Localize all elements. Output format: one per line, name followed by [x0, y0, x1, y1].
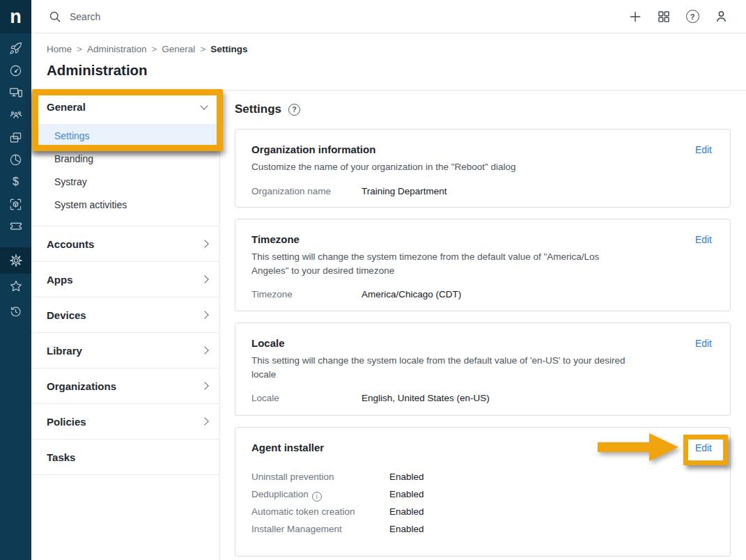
nav-item-system-activities[interactable]: System activities [31, 194, 219, 217]
settings-help-icon[interactable]: ? [288, 104, 300, 116]
row-label: Organization name [251, 186, 362, 196]
dashboard-gauge-icon[interactable] [0, 59, 31, 81]
remote-windows-icon[interactable] [0, 126, 31, 148]
nav-section-policies[interactable]: Policies [31, 404, 219, 440]
chevron-down-icon [200, 102, 208, 109]
chevron-right-icon [201, 275, 208, 283]
add-plus-icon[interactable] [628, 9, 643, 24]
nav-item-settings[interactable]: Settings [31, 124, 219, 148]
row-label: Deduplicationi [251, 489, 389, 501]
row-value: Training Department [362, 186, 447, 196]
row-label: Installer Management [251, 524, 389, 534]
edit-timezone-button[interactable]: Edit [695, 234, 712, 245]
row-value: Enabled [389, 524, 424, 534]
breadcrumb-separator: > [77, 44, 82, 54]
chevron-right-icon [201, 382, 208, 389]
nav-section-apps[interactable]: Apps [31, 262, 219, 297]
card-title: Agent installer [251, 442, 712, 453]
user-profile-icon[interactable] [713, 9, 729, 24]
favorites-star-icon[interactable] [0, 274, 31, 299]
card-organization-information: Organization information Customize the n… [235, 129, 731, 208]
nav-section-label: Accounts [47, 238, 94, 250]
nav-section-label: Tasks [47, 451, 75, 463]
nav-group-general[interactable]: General [31, 90, 219, 124]
nav-section-label: Policies [47, 416, 86, 428]
row-label: Locale [251, 393, 362, 403]
help-icon[interactable]: ? [685, 9, 700, 24]
row-label: Automatic token creation [251, 506, 389, 517]
row-value: English, United States (en-US) [362, 393, 490, 403]
card-locale: Locale This setting will change the syst… [235, 322, 731, 416]
nav-group-general-label: General [47, 101, 86, 113]
card-row: Organization nameTraining Department [251, 186, 712, 196]
search-input[interactable] [70, 11, 293, 22]
search-icon[interactable] [48, 10, 62, 24]
card-title: Organization information [251, 143, 712, 155]
ninjaone-logo: n [0, 0, 31, 33]
chevron-right-icon [201, 417, 208, 425]
billing-dollar-icon[interactable]: $ [0, 171, 31, 193]
breadcrumb-general[interactable]: General [162, 44, 195, 54]
reporting-pie-icon[interactable] [0, 148, 31, 171]
card-agent-installer: Agent installer Uninstall preventionEnab… [235, 427, 731, 557]
card-description: This setting will change the system time… [251, 250, 631, 277]
card-row: Uninstall preventionEnabled [251, 472, 712, 483]
edit-organization-button[interactable]: Edit [695, 144, 712, 155]
devices-icon[interactable] [0, 81, 31, 104]
edit-locale-button[interactable]: Edit [695, 338, 712, 349]
nav-section-library[interactable]: Library [31, 333, 219, 368]
settings-heading: Settings [235, 102, 281, 116]
nav-section-tasks[interactable]: Tasks [31, 440, 219, 475]
settings-nav-panel: General Settings Branding Systray System… [31, 90, 220, 560]
breadcrumb-home[interactable]: Home [47, 44, 72, 54]
card-row: Installer ManagementEnabled [251, 524, 712, 535]
organizations-people-icon[interactable] [0, 104, 31, 126]
settings-main: Settings ? Organization information Cust… [235, 90, 731, 560]
breadcrumb-settings-current: Settings [210, 44, 247, 54]
getting-started-rocket-icon[interactable] [0, 37, 31, 59]
nav-section-organizations[interactable]: Organizations [31, 368, 219, 404]
card-description: Customize the name of your organization … [251, 160, 631, 174]
nav-section-label: Devices [47, 309, 86, 321]
app-sidebar: n $ [0, 0, 31, 560]
help-question-glyph: ? [686, 10, 699, 23]
breadcrumb-administration[interactable]: Administration [87, 44, 147, 54]
breadcrumb-separator: > [151, 44, 157, 54]
chevron-right-icon [201, 240, 208, 247]
card-row: LocaleEnglish, United States (en-US) [251, 393, 712, 403]
row-value: Enabled [389, 489, 424, 499]
card-description: This setting will change the system loca… [251, 354, 631, 381]
chevron-right-icon [201, 346, 208, 354]
card-row: TimezoneAmerica/Chicago (CDT) [251, 289, 712, 300]
activity-history-icon[interactable] [0, 299, 31, 324]
administration-gear-icon[interactable] [0, 247, 31, 274]
page-title: Administration [47, 62, 746, 79]
chevron-right-icon [201, 311, 208, 318]
dollar-glyph: $ [13, 176, 19, 188]
nav-item-branding[interactable]: Branding [31, 148, 219, 171]
nav-item-systray[interactable]: Systray [31, 171, 219, 194]
row-label: Timezone [251, 289, 362, 300]
card-row: DeduplicationiEnabled [251, 489, 712, 500]
card-row: Automatic token creationEnabled [251, 506, 712, 518]
nav-section-devices[interactable]: Devices [31, 297, 219, 333]
content-area: Home>Administration>General>Settings Adm… [31, 33, 746, 560]
question-glyph: ? [292, 105, 296, 114]
nav-section-accounts[interactable]: Accounts [31, 226, 219, 262]
card-title: Timezone [251, 233, 712, 245]
nav-section-label: Organizations [47, 380, 116, 392]
card-timezone: Timezone This setting will change the sy… [235, 219, 731, 311]
nav-section-label: Apps [47, 274, 73, 286]
breadcrumb: Home>Administration>General>Settings [31, 33, 746, 54]
row-value: Enabled [389, 506, 424, 517]
info-glyph-letter: i [316, 493, 318, 500]
row-label: Uninstall prevention [251, 472, 389, 482]
ticketing-icon[interactable] [0, 215, 31, 238]
apps-grid-icon[interactable] [656, 9, 671, 24]
row-label-text: Deduplication [251, 489, 309, 499]
top-bar: ? [31, 0, 746, 33]
marketplace-package-icon[interactable] [0, 193, 31, 215]
row-value: America/Chicago (CDT) [362, 289, 461, 300]
deduplication-info-icon[interactable]: i [312, 492, 322, 501]
edit-agent-installer-button[interactable]: Edit [695, 442, 712, 453]
